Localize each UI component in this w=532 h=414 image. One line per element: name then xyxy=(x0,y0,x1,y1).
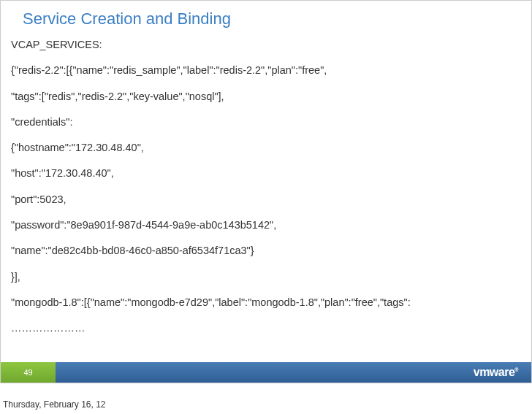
content-line: "port":5023, xyxy=(11,192,521,207)
content-line: "mongodb-1.8":[{"name":"mongodb-e7d29","… xyxy=(11,295,521,310)
vmware-logo: vmware® xyxy=(474,366,518,379)
slide-content: VCAP_SERVICES: {"redis-2.2":[{"name":"re… xyxy=(1,36,531,348)
slide-container: Service Creation and Binding VCAP_SERVIC… xyxy=(0,0,532,383)
content-line: {"hostname":"172.30.48.40", xyxy=(11,140,521,155)
logo-registered-mark: ® xyxy=(514,367,518,372)
slide-title: Service Creation and Binding xyxy=(1,1,531,36)
page-number-box: 49 xyxy=(1,362,56,383)
content-line: "credentials": xyxy=(11,115,521,129)
content-line: "tags":["redis","redis-2.2","key-value",… xyxy=(11,89,521,104)
presentation-date: Thursday, February 16, 12 xyxy=(3,399,106,410)
footer-brand-area: vmware® xyxy=(56,362,531,383)
content-line: "host":"172.30.48.40", xyxy=(11,166,521,180)
content-line: "password":"8e9a901f-987d-4544-9a9e-ab0c… xyxy=(11,218,521,232)
logo-text: vmware xyxy=(474,366,515,378)
content-line: {"redis-2.2":[{"name":"redis_sample","la… xyxy=(11,63,521,77)
page-number: 49 xyxy=(23,368,32,377)
footer-bar: 49 vmware® xyxy=(1,362,531,383)
content-line: ………………… xyxy=(11,321,521,335)
content-line: }], xyxy=(11,269,521,284)
content-line: VCAP_SERVICES: xyxy=(11,37,521,52)
content-line: "name":"de82c4bb-bd08-46c0-a850-af6534f7… xyxy=(11,243,521,258)
